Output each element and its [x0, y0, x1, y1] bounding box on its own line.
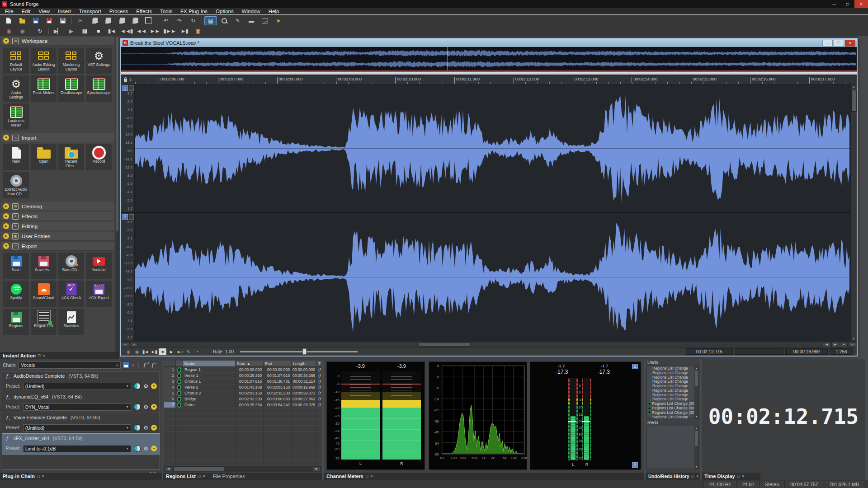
bypass-icon[interactable]: ▾	[151, 383, 157, 389]
delete-chain-icon[interactable]: ×	[131, 362, 134, 368]
col-header-name[interactable]: Name	[183, 361, 236, 367]
redo-button[interactable]: ↷	[173, 16, 186, 25]
waveform-canvas[interactable]	[135, 213, 850, 341]
float-panel-icon[interactable]: □	[38, 353, 40, 358]
undo-item[interactable]: Regions List Change	[647, 384, 698, 388]
copy-button[interactable]	[88, 16, 100, 25]
save-chain-icon[interactable]	[123, 362, 129, 368]
action-tile-extract-audio-from-cd[interactable]: ↓Extract Audio from CD...	[3, 172, 29, 198]
action-tile-audio-settings[interactable]: ⚙Audio Settings	[3, 75, 29, 102]
open-in-editor-button[interactable]: ▣	[192, 27, 204, 36]
menu-insert[interactable]: Insert	[54, 8, 75, 14]
menu-transport[interactable]: Transport	[75, 8, 105, 14]
action-tile-default-layout[interactable]: Default Layout	[3, 47, 29, 74]
action-tile-acx-export[interactable]: ACXACX Export	[86, 281, 112, 307]
section-header-editing[interactable]: ►✎Editing	[1, 222, 114, 231]
region-row-verse-2[interactable]: 4Verse 200:01:43.18900:02:03.15800:00:19…	[164, 385, 321, 390]
tab-undo-redo-history[interactable]: Undo/Redo History	[648, 474, 689, 479]
list-scrollbar[interactable]: ▲▼	[694, 426, 698, 469]
action-tile-save[interactable]: Save	[3, 253, 29, 279]
menu-tools[interactable]: Tools	[156, 8, 176, 14]
undo-item[interactable]: Regions List Change (00:01:	[647, 406, 698, 410]
event-tool-button[interactable]: ▬	[245, 16, 258, 25]
scroll-left-icon[interactable]: ◄	[823, 342, 830, 347]
waveform-horizontal-scrollbar[interactable]: − + ◄ ► + −	[121, 341, 857, 347]
channel-badge[interactable]: 2	[122, 214, 128, 220]
section-header-user-entries[interactable]: ►▣User Entries	[1, 232, 114, 241]
play-all-button[interactable]: ▶▏	[51, 27, 64, 36]
record-secondary-button[interactable]: ◉	[133, 348, 141, 355]
add-plugin-icon[interactable]: ƒ+	[151, 361, 157, 369]
close-panel-icon[interactable]: ×	[42, 474, 44, 479]
preset-select-dynamiceq-x64[interactable]: DYN_Vocal▼	[23, 404, 132, 411]
rate-slider-thumb[interactable]	[302, 348, 307, 355]
undo-item[interactable]: Regions List Change (00:01:	[647, 401, 698, 406]
float-panel-icon[interactable]: □	[37, 474, 39, 479]
channel-badge[interactable]: 1	[122, 85, 128, 91]
col-header-length[interactable]: Length	[292, 361, 317, 367]
waveform-vertical-scrollbar[interactable]: ▲ ▼	[850, 84, 857, 341]
undo-item[interactable]: Regions List Change	[647, 375, 698, 380]
envelope-tool-button[interactable]	[259, 16, 271, 25]
float-panel-icon[interactable]: □	[737, 474, 740, 479]
action-tile-spotify[interactable]: Spotify	[3, 281, 29, 307]
action-tile-open[interactable]: Open	[31, 144, 57, 170]
doc-close-icon[interactable]: ×	[845, 40, 855, 47]
menu-window[interactable]: Window	[238, 8, 264, 14]
chevron-down-icon[interactable]: ▼	[3, 243, 9, 249]
chain-select[interactable]: Vocals▼	[19, 361, 121, 369]
magnify-tool-button[interactable]	[218, 16, 231, 25]
menu-help[interactable]: Help	[264, 8, 283, 14]
go-to-end-button[interactable]: ►▮	[150, 348, 158, 355]
float-panel-icon[interactable]: □	[198, 474, 200, 479]
save-button[interactable]	[29, 16, 42, 25]
wet-dry-icon[interactable]	[134, 404, 141, 410]
replace-plugin-icon[interactable]: ƒ↺	[143, 361, 149, 369]
mix-button[interactable]	[128, 16, 141, 25]
save-as-button[interactable]	[43, 16, 56, 25]
menu-file[interactable]: File	[1, 8, 18, 14]
waveform-canvas[interactable]	[135, 84, 850, 212]
bypass-icon[interactable]: ▾	[151, 446, 157, 451]
rewind-button[interactable]: ◄◄	[135, 27, 147, 36]
time-ruler[interactable]: ⇕ 00:02:06.00000:02:07.00000:02:08.00000…	[121, 75, 857, 84]
wet-dry-icon[interactable]	[134, 383, 141, 389]
menu-effects[interactable]: Effects	[132, 8, 156, 14]
action-tile-region-list[interactable]: Region List	[31, 309, 57, 335]
doc-maximize-icon[interactable]: □	[834, 40, 844, 47]
section-header-effects[interactable]: ►✳Effects	[1, 212, 114, 221]
chevron-right-icon[interactable]: ►	[3, 203, 9, 209]
action-tile-mastering-layout[interactable]: Mastering Layout	[58, 47, 84, 74]
action-tile-acx-check[interactable]: ACX✓ACX Check	[58, 281, 84, 307]
gear-icon[interactable]: ⚙	[143, 383, 148, 389]
gear-icon[interactable]: ⚙	[143, 425, 148, 431]
zoom-out-icon[interactable]: −	[122, 342, 129, 347]
scroll-left-icon[interactable]: ◄	[165, 466, 172, 471]
hscroll-thumb[interactable]	[419, 343, 471, 347]
action-tile-new[interactable]: New	[3, 144, 29, 170]
sidebar-scrollbar[interactable]	[115, 36, 119, 352]
document-title-bar[interactable]: S Break the Steel VOCALS.wav * ─ □ ×	[121, 39, 857, 47]
action-tile-save-as[interactable]: Save As...	[31, 253, 57, 279]
touch-tool-button[interactable]: ➤	[272, 16, 285, 25]
undo-item[interactable]: Regions List Change	[647, 366, 698, 371]
zoom-in-icon[interactable]: +	[130, 342, 138, 347]
tab-time-display[interactable]: Time Display	[704, 474, 735, 479]
action-tile-peak-meters[interactable]: Peak Meters	[31, 75, 57, 102]
region-row-bridge[interactable]: 6Bridge00:02:32.23000:03:00.09300:00:27.…	[164, 396, 321, 402]
go-to-end-button[interactable]: ►▮	[178, 27, 191, 36]
preset-select-voice-enhance-complete[interactable]: (Untitled)▼	[23, 424, 132, 432]
undo-item[interactable]: Regions List Change	[647, 397, 698, 402]
paste-button[interactable]	[101, 16, 114, 25]
go-to-start-button[interactable]: ▮◄	[105, 27, 118, 36]
undo-item[interactable]: Regions List Change	[647, 379, 698, 384]
bypass-icon[interactable]: ▾	[151, 425, 157, 431]
menu-edit[interactable]: Edit	[18, 8, 35, 14]
close-panel-icon[interactable]: ×	[42, 353, 45, 358]
waveform-channel-1[interactable]: 1-1.2-2.5-4.1-6.0-8.5-12.0-18.1-Inf.-18.…	[121, 84, 857, 212]
close-panel-icon[interactable]: ×	[203, 474, 205, 479]
action-tile-audio-editing-layout[interactable]: Audio Editing Layout	[31, 47, 57, 74]
chevron-down-icon[interactable]: ▼	[3, 135, 9, 141]
action-tile-burn-cd[interactable]: ♦Burn CD...	[58, 253, 84, 279]
menu-fx-plug-ins[interactable]: FX Plug-Ins	[176, 8, 212, 14]
